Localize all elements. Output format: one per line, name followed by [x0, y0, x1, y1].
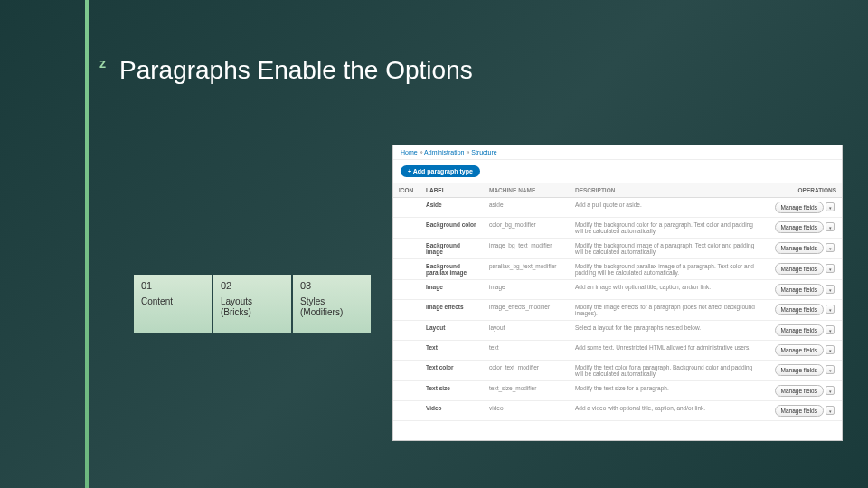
- dropdown-toggle-icon[interactable]: ▾: [826, 202, 835, 211]
- manage-fields-button[interactable]: Manage fields: [775, 202, 824, 213]
- manage-fields-button[interactable]: Manage fields: [775, 385, 824, 397]
- admin-screenshot: Home » Administration » Structure + Add …: [392, 145, 843, 441]
- breadcrumb-structure[interactable]: Structure: [471, 149, 496, 155]
- cell-description: Add a video with optional title, caption…: [570, 401, 765, 421]
- dropdown-toggle-icon[interactable]: ▾: [826, 285, 835, 294]
- dropdown-toggle-icon[interactable]: ▾: [826, 386, 835, 395]
- cell-operations: Manage fields▾: [765, 341, 842, 361]
- dropdown-toggle-icon[interactable]: ▾: [826, 305, 835, 314]
- th-machine-name: MACHINE NAME: [484, 183, 570, 198]
- z-bullet-icon: z: [99, 56, 114, 70]
- cell-machine-name: text: [484, 341, 570, 361]
- cell-machine-name: aside: [484, 198, 570, 218]
- option-cards: 01 Content 02 Layouts (Bricks) 03 Styles…: [134, 275, 371, 333]
- cell-description: Add an image with optional title, captio…: [570, 280, 765, 300]
- table-row: Text colorcolor_text_modifierModify the …: [393, 361, 842, 381]
- th-icon: ICON: [393, 183, 420, 198]
- manage-fields-button[interactable]: Manage fields: [775, 284, 824, 296]
- cell-icon: [393, 280, 420, 300]
- cell-operations: Manage fields▾: [765, 280, 842, 300]
- cell-operations: Manage fields▾: [765, 239, 842, 259]
- dropdown-toggle-icon[interactable]: ▾: [826, 325, 835, 334]
- breadcrumb: Home » Administration » Structure: [393, 145, 842, 160]
- dropdown-toggle-icon[interactable]: ▾: [826, 365, 835, 374]
- cell-icon: [393, 321, 420, 341]
- cell-icon: [393, 239, 420, 259]
- cell-description: Modify the background color for a paragr…: [570, 218, 765, 239]
- breadcrumb-admin[interactable]: Administration: [424, 149, 464, 155]
- cell-label: Video: [420, 401, 484, 421]
- cell-label: Aside: [420, 198, 484, 218]
- cell-machine-name: video: [484, 401, 570, 421]
- cell-machine-name: color_text_modifier: [484, 361, 570, 381]
- dropdown-toggle-icon[interactable]: ▾: [826, 222, 835, 231]
- manage-fields-button[interactable]: Manage fields: [775, 304, 824, 315]
- manage-fields-button[interactable]: Manage fields: [775, 324, 824, 336]
- manage-fields-button[interactable]: Manage fields: [775, 405, 824, 417]
- table-row: Background imageimage_bg_text_modifierMo…: [393, 239, 842, 259]
- cell-icon: [393, 300, 420, 321]
- dropdown-toggle-icon[interactable]: ▾: [826, 243, 835, 252]
- card-num: 01: [141, 280, 204, 291]
- cell-machine-name: image_effects_modifier: [484, 300, 570, 321]
- dropdown-toggle-icon[interactable]: ▾: [826, 406, 835, 415]
- table-row: Background colorcolor_bg_modifierModify …: [393, 218, 842, 239]
- card-label: Layouts (Bricks): [221, 296, 284, 318]
- cell-label: Background parallax image: [420, 259, 484, 280]
- manage-fields-button[interactable]: Manage fields: [775, 364, 824, 376]
- cell-icon: [393, 381, 420, 401]
- card-label: Content: [141, 296, 204, 307]
- card-num: 03: [300, 280, 363, 291]
- cell-label: Text size: [420, 381, 484, 401]
- cell-machine-name: text_size_modifier: [484, 381, 570, 401]
- table-row: Background parallax imageparallax_bg_tex…: [393, 259, 842, 280]
- manage-fields-button[interactable]: Manage fields: [775, 221, 824, 233]
- card-num: 02: [221, 280, 284, 291]
- cell-description: Modify the background parallax image of …: [570, 259, 765, 280]
- dropdown-toggle-icon[interactable]: ▾: [826, 345, 835, 354]
- cell-icon: [393, 361, 420, 381]
- add-paragraph-type-button[interactable]: + Add paragraph type: [401, 165, 480, 177]
- cell-operations: Manage fields▾: [765, 259, 842, 280]
- card-label: Styles (Modifiers): [300, 296, 363, 318]
- table-row: Image effectsimage_effects_modifierModif…: [393, 300, 842, 321]
- cell-icon: [393, 341, 420, 361]
- cell-operations: Manage fields▾: [765, 300, 842, 321]
- manage-fields-button[interactable]: Manage fields: [775, 242, 824, 254]
- table-row: TexttextAdd some text. Unrestricted HTML…: [393, 341, 842, 361]
- cell-description: Add some text. Unrestricted HTML allowed…: [570, 341, 765, 361]
- accent-bar: [85, 0, 89, 488]
- cell-operations: Manage fields▾: [765, 401, 842, 421]
- cell-machine-name: color_bg_modifier: [484, 218, 570, 239]
- cell-label: Background color: [420, 218, 484, 239]
- cell-description: Add a pull quote or aside.: [570, 198, 765, 218]
- cell-icon: [393, 401, 420, 421]
- cell-machine-name: image_bg_text_modifier: [484, 239, 570, 259]
- cell-label: Text: [420, 341, 484, 361]
- cell-label: Image: [420, 280, 484, 300]
- cell-description: Select a layout for the paragraphs neste…: [570, 321, 765, 341]
- card-styles: 03 Styles (Modifiers): [293, 275, 371, 333]
- cell-machine-name: parallax_bg_text_modifier: [484, 259, 570, 280]
- manage-fields-button[interactable]: Manage fields: [775, 263, 824, 275]
- cell-operations: Manage fields▾: [765, 381, 842, 401]
- table-row: LayoutlayoutSelect a layout for the para…: [393, 321, 842, 341]
- cell-icon: [393, 218, 420, 239]
- manage-fields-button[interactable]: Manage fields: [775, 344, 824, 356]
- cell-operations: Manage fields▾: [765, 361, 842, 381]
- paragraph-types-table: ICON LABEL MACHINE NAME DESCRIPTION OPER…: [393, 183, 842, 421]
- th-operations: OPERATIONS: [765, 183, 842, 198]
- table-row: ImageimageAdd an image with optional tit…: [393, 280, 842, 300]
- th-description: DESCRIPTION: [570, 183, 765, 198]
- card-content: 01 Content: [134, 275, 212, 333]
- cell-icon: [393, 198, 420, 218]
- cell-machine-name: layout: [484, 321, 570, 341]
- cell-label: Image effects: [420, 300, 484, 321]
- table-row: AsideasideAdd a pull quote or aside.Mana…: [393, 198, 842, 218]
- cell-description: Modify the text color for a paragraph. B…: [570, 361, 765, 381]
- table-row: VideovideoAdd a video with optional titl…: [393, 401, 842, 421]
- cell-label: Background image: [420, 239, 484, 259]
- breadcrumb-home[interactable]: Home: [401, 149, 418, 155]
- slide-title: Paragraphs Enable the Options: [119, 56, 473, 85]
- dropdown-toggle-icon[interactable]: ▾: [826, 264, 835, 273]
